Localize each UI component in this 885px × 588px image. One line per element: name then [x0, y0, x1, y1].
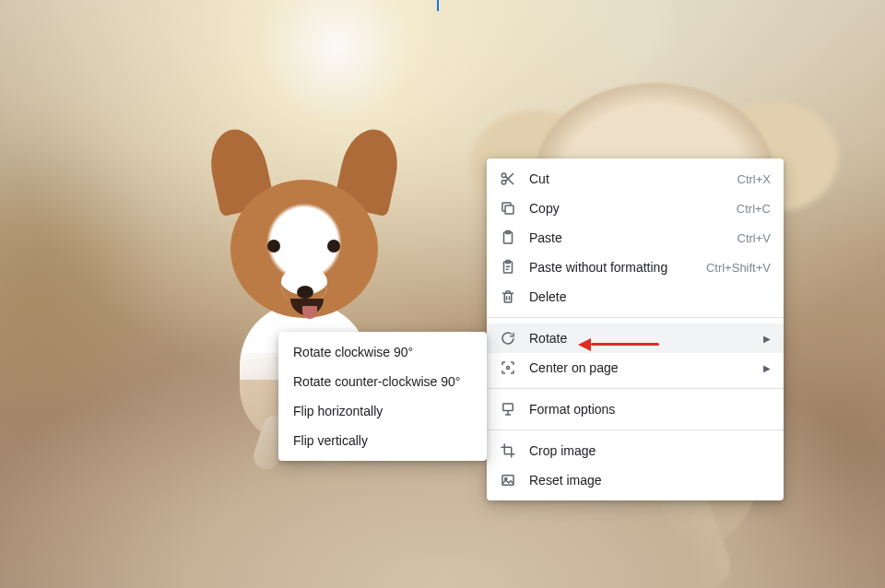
menu-item-label: Cut [529, 171, 723, 186]
submenu-item-flip-horizontal[interactable]: Flip horizontally [278, 396, 487, 426]
svg-rect-9 [502, 476, 513, 486]
menu-item-center-on-page[interactable]: Center on page ▶ [487, 353, 784, 382]
menu-item-shortcut: Ctrl+C [737, 202, 771, 216]
menu-item-cut[interactable]: Cut Ctrl+X [487, 164, 784, 194]
menu-item-label: Flip vertically [293, 433, 472, 448]
menu-item-label: Rotate clockwise 90° [293, 345, 472, 359]
menu-item-delete[interactable]: Delete [487, 282, 784, 312]
svg-rect-2 [505, 206, 513, 214]
menu-item-label: Flip horizontally [293, 404, 472, 418]
menu-item-format-options[interactable]: Format options [487, 394, 784, 424]
context-menu: Cut Ctrl+X Copy Ctrl+C Paste Ctrl+V Past… [487, 159, 784, 500]
submenu-arrow-icon: ▶ [763, 334, 771, 344]
svg-rect-8 [503, 404, 513, 411]
scissors-icon [500, 171, 516, 187]
menu-item-label: Reset image [529, 473, 771, 488]
menu-item-reset-image[interactable]: Reset image [487, 465, 784, 495]
menu-item-rotate[interactable]: Rotate ▶ [487, 323, 784, 353]
menu-item-label: Delete [529, 289, 771, 304]
menu-item-copy[interactable]: Copy Ctrl+C [487, 194, 784, 223]
center-icon [500, 359, 516, 376]
crop-icon [500, 442, 516, 459]
menu-item-label: Rotate [529, 331, 752, 346]
menu-item-label: Rotate counter-clockwise 90° [293, 374, 472, 389]
reset-image-icon [500, 472, 516, 488]
rotate-submenu: Rotate clockwise 90° Rotate counter-cloc… [278, 332, 487, 461]
submenu-arrow-icon: ▶ [763, 363, 771, 373]
menu-item-label: Crop image [529, 443, 771, 458]
submenu-item-flip-vertical[interactable]: Flip vertically [278, 426, 487, 455]
menu-separator [487, 429, 784, 430]
menu-item-shortcut: Ctrl+V [738, 231, 771, 245]
submenu-item-rotate-cw[interactable]: Rotate clockwise 90° [278, 337, 487, 367]
menu-item-paste-without-formatting[interactable]: Paste without formatting Ctrl+Shift+V [487, 253, 784, 282]
menu-item-label: Paste [529, 230, 723, 245]
menu-item-label: Center on page [529, 360, 752, 375]
menu-item-paste[interactable]: Paste Ctrl+V [487, 223, 784, 253]
menu-separator [487, 388, 784, 389]
text-caret [437, 0, 439, 11]
menu-item-label: Paste without formatting [529, 260, 691, 275]
format-icon [500, 401, 516, 417]
copy-icon [500, 200, 516, 217]
menu-item-crop-image[interactable]: Crop image [487, 436, 784, 465]
menu-item-label: Copy [529, 201, 722, 216]
menu-item-shortcut: Ctrl+Shift+V [706, 261, 771, 275]
trash-icon [500, 288, 516, 305]
submenu-item-rotate-ccw[interactable]: Rotate counter-clockwise 90° [278, 367, 487, 396]
svg-point-7 [507, 367, 510, 370]
menu-separator [487, 317, 784, 318]
menu-item-shortcut: Ctrl+X [738, 172, 771, 186]
clipboard-text-icon [500, 259, 516, 276]
rotate-icon [500, 330, 516, 347]
menu-item-label: Format options [529, 402, 771, 417]
clipboard-icon [500, 229, 516, 246]
